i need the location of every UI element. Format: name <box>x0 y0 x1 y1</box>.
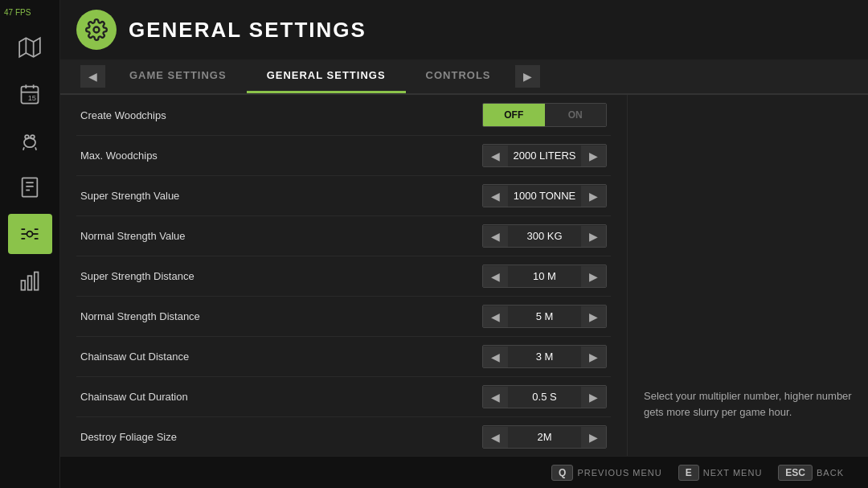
setting-control-super-strength-distance: ◀ 10 M ▶ <box>482 265 611 288</box>
animals-icon <box>18 129 41 152</box>
setting-control-super-strength-value: ◀ 1000 TONNE ▶ <box>482 184 611 207</box>
num-dec-chainsaw-cut-distance[interactable]: ◀ <box>483 347 508 367</box>
num-dec-normal-strength-distance[interactable]: ◀ <box>483 306 508 327</box>
svg-line-12 <box>35 147 36 150</box>
setting-row-super-strength-distance: Super Strength Distance ◀ 10 M ▶ <box>76 256 611 297</box>
setting-label-max-woodchips: Max. Woodchips <box>76 150 482 162</box>
num-value-super-strength-value: 1000 TONNE <box>508 185 581 207</box>
num-value-chainsaw-cut-distance: 3 M <box>508 346 581 367</box>
key-badge-esc[interactable]: ESC <box>778 465 813 481</box>
num-dec-chainsaw-cut-duration[interactable]: ◀ <box>483 387 508 408</box>
sidebar-item-map[interactable] <box>8 27 52 68</box>
num-inc-super-strength-distance[interactable]: ▶ <box>581 266 606 287</box>
setting-row-normal-strength-value: Normal Strength Value ◀ 300 KG ▶ <box>76 216 611 256</box>
num-value-destroy-foliage-size: 2M <box>508 426 581 448</box>
setting-control-chainsaw-cut-duration: ◀ 0.5 S ▶ <box>482 385 611 408</box>
setting-label-normal-strength-value: Normal Strength Value <box>76 230 482 242</box>
num-value-max-woodchips: 2000 LITERS <box>508 145 581 166</box>
sidebar-item-contracts[interactable] <box>8 167 52 207</box>
key-label-previous-menu: PREVIOUS MENU <box>577 468 661 478</box>
svg-rect-25 <box>28 276 32 290</box>
num-control-destroy-foliage-size: ◀ 2M ▶ <box>482 425 607 449</box>
setting-control-normal-strength-value: ◀ 300 KG ▶ <box>482 224 611 248</box>
setting-row-max-woodchips: Max. Woodchips ◀ 2000 LITERS ▶ <box>76 136 611 176</box>
num-inc-normal-strength-value[interactable]: ▶ <box>581 226 606 247</box>
sidebar-item-settings[interactable] <box>8 214 52 254</box>
setting-row-normal-strength-distance: Normal Strength Distance ◀ 5 M ▶ <box>76 297 611 337</box>
num-dec-max-woodchips[interactable]: ◀ <box>483 146 508 166</box>
tab-controls[interactable]: CONTROLS <box>406 59 511 93</box>
key-label-back: BACK <box>817 468 844 478</box>
setting-label-create-woodchips: Create Woodchips <box>76 109 482 121</box>
toggle-create-woodchips: OFF ON <box>482 103 607 127</box>
num-inc-destroy-foliage-size[interactable]: ▶ <box>581 427 606 448</box>
info-panel: Select your multiplier number, higher nu… <box>627 95 868 456</box>
calendar-icon: 15 <box>18 83 41 105</box>
setting-control-chainsaw-cut-distance: ◀ 3 M ▶ <box>482 345 611 368</box>
key-badge-q[interactable]: Q <box>551 465 573 481</box>
setting-label-chainsaw-cut-distance: Chainsaw Cut Distance <box>76 351 482 363</box>
setting-row-create-woodchips: Create Woodchips OFF ON <box>76 95 611 136</box>
num-dec-destroy-foliage-size[interactable]: ◀ <box>483 427 508 448</box>
bottom-bar: Q PREVIOUS MENU E NEXT MENU ESC BACK <box>60 456 868 488</box>
setting-label-destroy-foliage-size: Destroy Foliage Size <box>76 431 482 443</box>
svg-marker-0 <box>19 38 40 56</box>
page-title: GENERAL SETTINGS <box>129 18 366 43</box>
tabs-bar: ◀ GAME SETTINGS GENERAL SETTINGS CONTROL… <box>60 59 868 95</box>
svg-rect-13 <box>23 178 38 196</box>
setting-label-normal-strength-distance: Normal Strength Distance <box>76 310 482 322</box>
num-control-max-woodchips: ◀ 2000 LITERS ▶ <box>482 144 607 167</box>
num-dec-normal-strength-value[interactable]: ◀ <box>483 226 508 247</box>
num-value-super-strength-distance: 10 M <box>508 265 581 287</box>
sidebar-item-calendar[interactable]: 15 <box>8 74 52 114</box>
bottom-key-esc: ESC BACK <box>778 465 856 481</box>
toggle-on-create-woodchips[interactable]: ON <box>545 104 607 126</box>
info-text: Select your multiplier number, higher nu… <box>644 388 852 420</box>
setting-label-super-strength-value: Super Strength Value <box>76 190 482 202</box>
svg-point-9 <box>25 135 29 139</box>
num-value-chainsaw-cut-duration: 0.5 S <box>508 386 581 408</box>
svg-text:15: 15 <box>28 94 36 102</box>
setting-row-super-strength-value: Super Strength Value ◀ 1000 TONNE ▶ <box>76 176 611 216</box>
gear-icon <box>85 18 108 41</box>
num-inc-chainsaw-cut-distance[interactable]: ▶ <box>581 347 606 367</box>
num-inc-max-woodchips[interactable]: ▶ <box>581 146 606 166</box>
num-control-chainsaw-cut-distance: ◀ 3 M ▶ <box>482 345 607 368</box>
tab-game-settings[interactable]: GAME SETTINGS <box>109 59 247 93</box>
bottom-key-q: Q PREVIOUS MENU <box>551 465 674 481</box>
toggle-off-create-woodchips[interactable]: OFF <box>483 104 545 126</box>
map-icon <box>18 36 41 59</box>
num-control-super-strength-value: ◀ 1000 TONNE ▶ <box>482 184 607 207</box>
setting-control-normal-strength-distance: ◀ 5 M ▶ <box>482 305 611 328</box>
setting-row-chainsaw-cut-distance: Chainsaw Cut Distance ◀ 3 M ▶ <box>76 337 611 377</box>
setting-control-max-woodchips: ◀ 2000 LITERS ▶ <box>482 144 611 167</box>
num-dec-super-strength-distance[interactable]: ◀ <box>483 266 508 287</box>
num-control-chainsaw-cut-duration: ◀ 0.5 S ▶ <box>482 385 607 408</box>
svg-point-17 <box>27 232 33 237</box>
setting-control-destroy-foliage-size: ◀ 2M ▶ <box>482 425 611 449</box>
sidebar-item-stats[interactable] <box>8 260 52 301</box>
key-badge-e[interactable]: E <box>678 465 699 481</box>
num-control-normal-strength-value: ◀ 300 KG ▶ <box>482 224 607 248</box>
tab-general-settings[interactable]: GENERAL SETTINGS <box>247 59 406 93</box>
num-dec-super-strength-value[interactable]: ◀ <box>483 186 508 207</box>
setting-label-chainsaw-cut-duration: Chainsaw Cut Duration <box>76 391 482 403</box>
num-inc-super-strength-value[interactable]: ▶ <box>581 186 606 207</box>
num-control-super-strength-distance: ◀ 10 M ▶ <box>482 265 607 288</box>
setting-row-chainsaw-cut-duration: Chainsaw Cut Duration ◀ 0.5 S ▶ <box>76 377 611 417</box>
tab-prev-arrow[interactable]: ◀ <box>80 65 105 88</box>
sidebar-item-animals[interactable] <box>8 121 52 161</box>
setting-control-create-woodchips: OFF ON <box>482 103 611 127</box>
svg-point-8 <box>24 138 35 148</box>
header: GENERAL SETTINGS <box>60 0 868 59</box>
num-inc-normal-strength-distance[interactable]: ▶ <box>581 306 606 327</box>
contracts-icon <box>18 176 41 199</box>
setting-row-destroy-foliage-size: Destroy Foliage Size ◀ 2M ▶ <box>76 417 611 456</box>
num-inc-chainsaw-cut-duration[interactable]: ▶ <box>581 387 606 408</box>
key-label-next-menu: NEXT MENU <box>703 468 763 478</box>
svg-rect-24 <box>22 281 26 290</box>
num-value-normal-strength-value: 300 KG <box>508 225 581 247</box>
svg-line-11 <box>23 147 24 150</box>
num-value-normal-strength-distance: 5 M <box>508 306 581 327</box>
tab-next-arrow[interactable]: ▶ <box>515 65 540 88</box>
